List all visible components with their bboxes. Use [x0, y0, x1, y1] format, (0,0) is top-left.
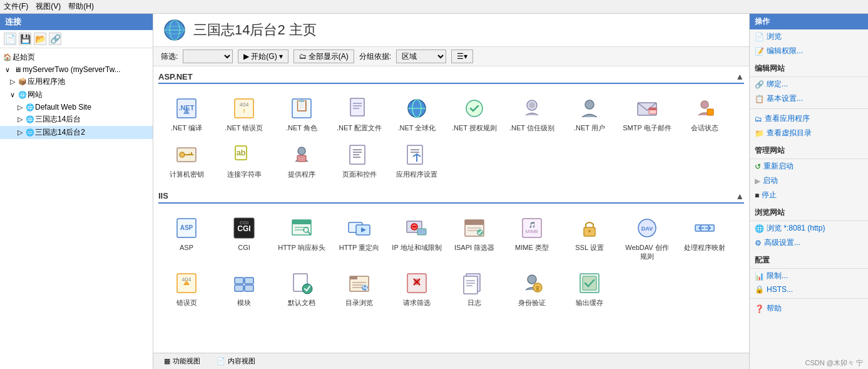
- item-errorpage[interactable]: 404 ! 错误页: [158, 266, 215, 311]
- start-button[interactable]: ▶ 开始(G) ▾: [238, 49, 288, 63]
- item-smtp[interactable]: SMTP 电子邮件: [619, 91, 675, 137]
- svg-rect-38: [353, 152, 362, 153]
- action-help[interactable]: ❓ 帮助: [750, 301, 868, 316]
- action-restart[interactable]: ↺ 重新启动: [750, 159, 868, 174]
- logging-icon: [462, 271, 487, 296]
- item-dotnet-compile[interactable]: .NET .NET 编译: [158, 91, 215, 137]
- tab-content[interactable]: 📄 内容视图: [211, 355, 261, 368]
- svg-point-18: [466, 100, 483, 117]
- divider2: [750, 298, 868, 299]
- toolbar-save-icon[interactable]: 💾: [19, 33, 31, 45]
- svg-rect-77: [245, 278, 253, 284]
- action-bind[interactable]: 🔗 绑定...: [750, 77, 868, 91]
- item-dotnet-error[interactable]: 404 ! .NET 错误页: [216, 91, 272, 137]
- item-dotnet-user[interactable]: .NET 用户: [561, 91, 618, 137]
- svg-rect-78: [235, 285, 243, 291]
- item-defaultdoc[interactable]: 默认文档: [273, 266, 330, 311]
- item-cgi[interactable]: CGI CGI CGI: [216, 211, 272, 266]
- config-group: 配置: [750, 252, 868, 269]
- action-hsts[interactable]: 🔒 HSTS...: [750, 283, 868, 296]
- svg-text:!: !: [243, 108, 245, 114]
- item-reqfilter[interactable]: 请求筛选: [389, 266, 445, 311]
- item-pages[interactable]: 页面和控件: [331, 138, 387, 183]
- item-outputcache[interactable]: 输出缓存: [561, 266, 618, 311]
- item-dotnet-auth[interactable]: .NET 授权规则: [446, 91, 503, 137]
- advancedsettings-icon: ⚙: [755, 239, 762, 247]
- smtp-icon: [635, 96, 660, 121]
- tab-feature[interactable]: ▦ 功能视图: [158, 355, 206, 368]
- item-connstring[interactable]: ab 连接字符串: [216, 138, 272, 183]
- tree-sites[interactable]: ∨ 🌐 网站: [0, 88, 153, 101]
- toolbar-new-icon[interactable]: 📄: [4, 33, 16, 45]
- item-isapi[interactable]: ISAPI 筛选器: [446, 211, 503, 266]
- http-headers-icon: [289, 216, 314, 241]
- item-session[interactable]: 会话状态: [677, 91, 733, 137]
- appsettings-icon: [404, 142, 429, 167]
- ip-restrict-icon: [404, 216, 429, 241]
- item-modules[interactable]: 模块: [216, 266, 272, 311]
- item-ip-restrict[interactable]: IP 地址和域限制: [389, 211, 445, 266]
- action-viewvdir[interactable]: 📁 查看虚拟目录: [750, 126, 868, 140]
- smtp-label: SMTP 电子邮件: [623, 123, 671, 132]
- item-dotnet-role[interactable]: 📋 .NET 角色: [273, 91, 330, 137]
- item-webdav[interactable]: DAV WebDAV 创作规则: [619, 211, 675, 266]
- item-appsettings[interactable]: 应用程序设置: [389, 138, 445, 183]
- logging-label: 日志: [467, 298, 481, 307]
- svg-rect-12: [353, 103, 362, 104]
- menu-help[interactable]: 帮助(H): [68, 1, 94, 12]
- item-dotnet-global[interactable]: .NET 全球化: [389, 91, 445, 137]
- action-browse[interactable]: 📄 浏览: [750, 29, 868, 44]
- item-handler[interactable]: 处理程序映射: [677, 211, 733, 266]
- viewvdir-label: 查看虚拟目录: [767, 128, 812, 138]
- item-dotnet-config[interactable]: .NET 配置文件: [331, 91, 387, 137]
- svg-rect-26: [707, 109, 713, 115]
- item-asp[interactable]: ASP ASP: [158, 211, 215, 266]
- action-viewapp[interactable]: 🗂 查看应用程序: [750, 112, 868, 126]
- aspnet-collapse-icon[interactable]: ▲: [735, 71, 744, 81]
- auth-label: 身份验证: [518, 298, 546, 307]
- action-editperm[interactable]: 📝 编辑权限...: [750, 44, 868, 58]
- show-all-button[interactable]: 🗂 全部显示(A): [294, 49, 354, 63]
- action-limit[interactable]: 📊 限制...: [750, 269, 868, 283]
- page-title: 三国志14后台2 主页: [193, 21, 317, 39]
- svg-rect-76: [235, 278, 243, 284]
- action-basicsettings[interactable]: 📋 基本设置...: [750, 91, 868, 106]
- groupby-select[interactable]: 区域: [396, 49, 446, 63]
- tree-site2[interactable]: ▷ 🌐 三国志14后台2: [0, 126, 153, 139]
- item-logging[interactable]: 日志: [446, 266, 503, 311]
- menu-view[interactable]: 视图(V): [36, 1, 61, 12]
- item-mime[interactable]: 🎵 MIME MIME 类型: [504, 211, 560, 266]
- toolbar-folder-icon[interactable]: 📂: [34, 33, 46, 45]
- tree-server[interactable]: ∨ 🖥 myServerTwo (myServerTw...: [0, 64, 153, 75]
- item-machinekey[interactable]: 计算机密钥: [158, 138, 215, 183]
- item-dirbrowse[interactable]: 目录浏览: [331, 266, 387, 311]
- dirbrowse-label: 目录浏览: [345, 298, 373, 307]
- view-toggle-button[interactable]: ☰▾: [451, 49, 473, 63]
- item-http-headers[interactable]: HTTP 响应标头: [273, 211, 330, 266]
- tree-apppool[interactable]: ▷ 📦 应用程序池: [0, 75, 153, 88]
- item-ssl[interactable]: SSL 设置: [561, 211, 618, 266]
- tree-site1[interactable]: ▷ 🌐 三国志14后台: [0, 113, 153, 126]
- item-provider[interactable]: 提供程序: [273, 138, 330, 183]
- apppool-icon: 📦: [18, 78, 28, 86]
- iis-collapse-icon[interactable]: ▲: [735, 191, 744, 201]
- action-browsesite[interactable]: 🌐 浏览 *:8081 (http): [750, 221, 868, 236]
- item-auth[interactable]: 身份验证: [504, 266, 560, 311]
- action-stop[interactable]: ■ 停止: [750, 188, 868, 202]
- action-start[interactable]: ▶ 启动: [750, 174, 868, 188]
- action-advancedsettings[interactable]: ⚙ 高级设置...: [750, 236, 868, 250]
- tree-defaultsite[interactable]: ▷ 🌐 Default Web Site: [0, 101, 153, 113]
- stop-label: 停止: [762, 190, 777, 200]
- sites-expand-icon: ∨: [8, 91, 18, 99]
- cgi-icon: CGI CGI: [232, 216, 257, 241]
- item-http-redirect[interactable]: HTTP 重定向: [331, 211, 387, 266]
- filter-select[interactable]: [183, 49, 233, 63]
- item-dotnet-trust[interactable]: .NET 信任级别: [504, 91, 560, 137]
- svg-rect-31: [188, 153, 190, 155]
- top-menu: 文件(F) 视图(V) 帮助(H): [0, 0, 868, 14]
- webdav-icon: DAV: [635, 216, 660, 241]
- menu-file[interactable]: 文件(F): [4, 1, 28, 12]
- tree-startpage[interactable]: 🏠 起始页: [0, 51, 153, 64]
- dotnet-trust-label: .NET 信任级别: [509, 123, 554, 132]
- toolbar-connect-icon[interactable]: 🔗: [49, 33, 61, 45]
